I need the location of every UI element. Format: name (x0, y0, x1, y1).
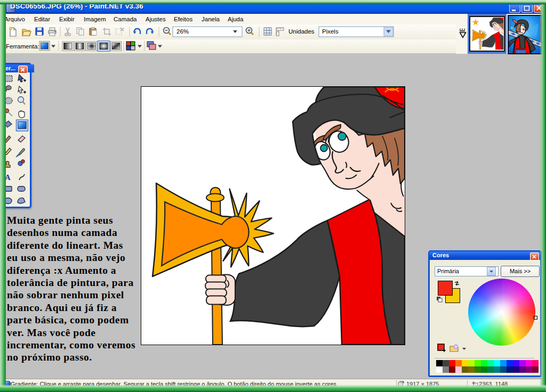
svg-text:Pixels: Pixels (322, 28, 339, 35)
svg-text:Unidades: Unidades (288, 28, 315, 35)
svg-text:26%: 26% (176, 28, 189, 35)
svg-text:Ferramenta:: Ferramenta: (6, 43, 39, 50)
